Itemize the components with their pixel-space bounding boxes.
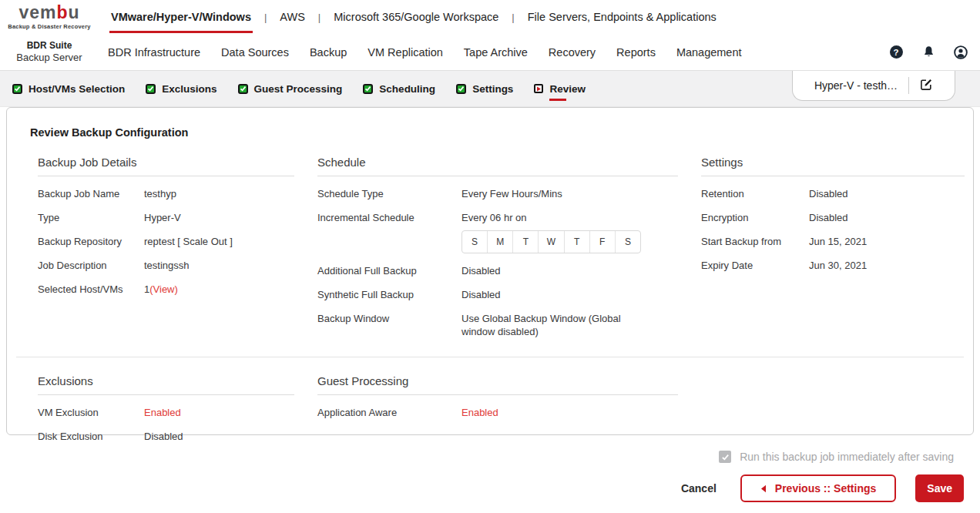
edit-job-icon[interactable] [920, 78, 933, 94]
row-expiry-date: Expiry DateJun 30, 2021 [701, 259, 965, 272]
review-panel: Review Backup Configuration Backup Job D… [6, 107, 974, 435]
job-name-tab[interactable]: Hyper-V - testh… [792, 71, 955, 101]
section-exclusions: Exclusions VM ExclusionEnabled Disk Excl… [38, 374, 294, 443]
section-settings: Settings RetentionDisabled EncryptionDis… [701, 156, 965, 338]
tab-microsoft365-google[interactable]: Microsoft 365/Google Workspace [307, 0, 501, 34]
section-rule [317, 176, 678, 176]
row-disk-exclusion: Disk ExclusionDisabled [38, 430, 294, 443]
step-label: Host/VMs Selection [29, 83, 125, 95]
section-guest-processing: Guest Processing Application AwareEnable… [317, 374, 678, 443]
tab-aws[interactable]: AWS [253, 0, 307, 34]
step-label: Guest Processing [254, 83, 343, 95]
row-synthetic-full-backup: Synthetic Full BackupDisabled [317, 288, 678, 301]
menu-recovery[interactable]: Recovery [549, 46, 596, 59]
tab-divider [908, 77, 909, 94]
menu-reports[interactable]: Reports [616, 46, 656, 59]
step-label: Scheduling [379, 83, 435, 95]
menu-data-sources[interactable]: Data Sources [221, 46, 289, 59]
menu-tape-archive[interactable]: Tape Archive [464, 46, 528, 59]
view-link[interactable]: (View) [149, 283, 178, 295]
user-account-icon[interactable] [954, 45, 968, 59]
step-host-vms-selection[interactable]: Host/VMs Selection [12, 83, 125, 95]
step-settings[interactable]: Settings [456, 83, 513, 95]
row-vm-exclusion: VM ExclusionEnabled [38, 406, 294, 419]
day-thursday: T [564, 231, 589, 253]
menu-vm-replication[interactable]: VM Replication [368, 46, 443, 59]
menu-bdr-infrastructure[interactable]: BDR Infrastructure [108, 46, 200, 59]
vembu-logo[interactable]: vembu Backup & Disaster Recovery [0, 0, 99, 34]
section-divider [16, 357, 964, 357]
step-exclusions[interactable]: Exclusions [146, 83, 216, 95]
product-nav: VMware/Hyper-V/Windows AWS Microsoft 365… [109, 0, 718, 34]
section-title: Exclusions [38, 374, 294, 387]
bottom-sections: Exclusions VM ExclusionEnabled Disk Excl… [38, 374, 950, 443]
row-selected-host-vms: Selected Host/VMs1(View) [38, 283, 294, 296]
vembu-logo-tagline: Backup & Disaster Recovery [8, 23, 90, 30]
bdr-suite-label: BDR Suite [0, 40, 99, 52]
bdr-suite-badge[interactable]: BDR Suite Backup Server [0, 40, 99, 64]
step-label: Settings [472, 83, 513, 95]
check-icon [146, 84, 156, 94]
row-encryption: EncryptionDisabled [701, 211, 965, 224]
save-button[interactable]: Save [915, 474, 964, 502]
row-application-aware: Application AwareEnabled [317, 406, 678, 419]
main-menu: BDR Infrastructure Data Sources Backup V… [108, 46, 742, 59]
play-icon [534, 84, 543, 93]
previous-settings-button[interactable]: Previous :: Settings [740, 474, 896, 502]
notifications-bell-icon[interactable] [921, 45, 935, 59]
row-type: TypeHyper-V [38, 211, 294, 224]
sub-header: BDR Suite Backup Server BDR Infrastructu… [0, 34, 980, 71]
section-backup-job-details: Backup Job Details Backup Job Nametesthy… [38, 156, 294, 338]
day-monday: M [487, 231, 512, 253]
run-after-saving-row: Run this backup job immediately after sa… [0, 451, 954, 463]
section-title: Guest Processing [317, 374, 678, 387]
left-triangle-icon [760, 484, 767, 493]
section-title: Schedule [317, 156, 678, 169]
header-icon-group: ? [889, 45, 980, 59]
menu-backup[interactable]: Backup [310, 46, 347, 59]
step-review-active[interactable]: Review [534, 83, 586, 95]
section-rule [38, 394, 294, 395]
day-saturday: S [615, 231, 640, 253]
run-after-saving-checkbox[interactable] [719, 451, 731, 463]
day-tuesday: T [512, 231, 538, 253]
help-icon[interactable]: ? [889, 45, 903, 59]
wizard-step-bar: Host/VMs Selection Exclusions Guest Proc… [0, 71, 980, 107]
run-after-saving-label: Run this backup job immediately after sa… [740, 451, 954, 463]
backup-server-label: Backup Server [0, 52, 99, 64]
section-title: Backup Job Details [38, 156, 294, 169]
step-guest-processing[interactable]: Guest Processing [238, 83, 343, 95]
top-header: vembu Backup & Disaster Recovery VMware/… [0, 0, 980, 34]
tab-file-servers-endpoints[interactable]: File Servers, Endpoints & Applications [500, 0, 717, 34]
weekday-selector: S M T W T F S [461, 230, 641, 253]
top-sections: Backup Job Details Backup Job Nametesthy… [38, 156, 950, 338]
check-icon [456, 84, 466, 94]
menu-management[interactable]: Management [676, 46, 742, 59]
step-label: Exclusions [162, 83, 216, 95]
row-job-description: Job Descriptiontestingssh [38, 259, 294, 272]
tab-vmware-hyperv-windows[interactable]: VMware/Hyper-V/Windows [109, 0, 253, 34]
row-additional-full-backup: Additional Full BackupDisabled [317, 264, 678, 277]
check-icon [238, 84, 248, 94]
row-schedule-type: Schedule TypeEvery Few Hours/Mins [317, 187, 678, 200]
day-wednesday: W [538, 231, 563, 253]
row-incremental-schedule: Incremental ScheduleEvery 06 hr on [317, 211, 678, 224]
check-icon [12, 84, 22, 94]
row-retention: RetentionDisabled [701, 187, 965, 200]
row-backup-window: Backup WindowUse Global Backup Window (G… [317, 312, 678, 338]
check-icon [363, 84, 373, 94]
section-rule [38, 176, 294, 176]
page-title: Review Backup Configuration [30, 126, 973, 139]
section-rule [701, 176, 965, 176]
vembu-logo-text: vembu [18, 4, 79, 22]
empty-column [701, 374, 965, 443]
day-friday: F [589, 231, 615, 253]
footer-actions: Cancel Previous :: Settings Save [0, 474, 964, 502]
row-backup-job-name: Backup Job Nametesthyp [38, 187, 294, 200]
step-scheduling[interactable]: Scheduling [363, 83, 435, 95]
day-sunday: S [462, 231, 487, 253]
cancel-button[interactable]: Cancel [676, 481, 721, 495]
step-label: Review [549, 83, 586, 95]
section-schedule: Schedule Schedule TypeEvery Few Hours/Mi… [317, 156, 678, 338]
section-rule [317, 394, 678, 395]
